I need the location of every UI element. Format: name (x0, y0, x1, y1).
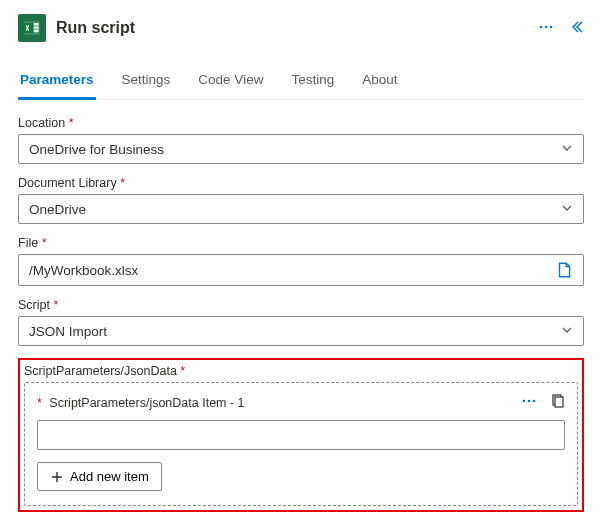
svg-point-8 (523, 400, 526, 403)
location-label: Location * (18, 116, 584, 130)
script-select[interactable]: JSON Import (18, 316, 584, 346)
tab-parameters[interactable]: Parameters (18, 64, 96, 100)
svg-point-6 (545, 25, 548, 28)
library-select[interactable]: OneDrive (18, 194, 584, 224)
file-input[interactable]: /MyWorkbook.xlsx (18, 254, 584, 286)
add-button-label: Add new item (70, 469, 149, 484)
svg-point-9 (528, 400, 531, 403)
script-params-label: ScriptParameters/JsonData * (24, 364, 578, 378)
file-label: File * (18, 236, 584, 250)
svg-rect-4 (34, 30, 39, 33)
file-value: /MyWorkbook.xlsx (29, 263, 138, 278)
svg-point-7 (550, 25, 553, 28)
tab-bar: Parameters Settings Code View Testing Ab… (18, 64, 584, 100)
json-item-input[interactable] (37, 420, 565, 450)
svg-rect-3 (34, 26, 39, 29)
script-label: Script * (18, 298, 584, 312)
svg-rect-2 (34, 23, 39, 26)
card-title: Run script (56, 19, 528, 37)
tab-about[interactable]: About (360, 64, 399, 100)
svg-rect-12 (555, 397, 563, 407)
library-value: OneDrive (29, 202, 86, 217)
script-value: JSON Import (29, 324, 107, 339)
collapse-icon[interactable] (568, 19, 584, 38)
chevron-down-icon (561, 142, 573, 157)
chevron-down-icon (561, 324, 573, 339)
copy-icon[interactable] (549, 393, 565, 412)
file-picker-icon[interactable] (555, 261, 573, 279)
tab-code-view[interactable]: Code View (196, 64, 265, 100)
tab-settings[interactable]: Settings (120, 64, 173, 100)
item-more-icon[interactable] (521, 393, 537, 412)
library-label: Document Library * (18, 176, 584, 190)
highlight-annotation: ScriptParameters/JsonData * * ScriptPara… (18, 358, 584, 512)
tab-testing[interactable]: Testing (289, 64, 336, 100)
json-item-label: * ScriptParameters/jsonData Item - 1 (37, 396, 245, 410)
svg-rect-1 (24, 23, 34, 33)
add-new-item-button[interactable]: Add new item (37, 462, 162, 491)
location-value: OneDrive for Business (29, 142, 164, 157)
more-icon[interactable] (538, 19, 554, 38)
excel-icon (18, 14, 46, 42)
svg-point-5 (540, 25, 543, 28)
svg-point-10 (533, 400, 536, 403)
chevron-down-icon (561, 202, 573, 217)
location-select[interactable]: OneDrive for Business (18, 134, 584, 164)
